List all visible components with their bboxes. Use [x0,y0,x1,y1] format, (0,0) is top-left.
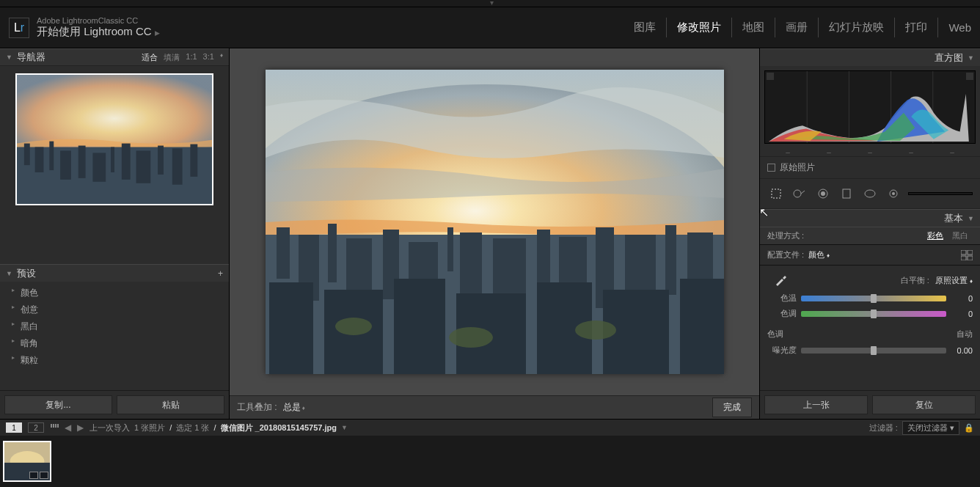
tool-overlay-value[interactable]: 总是♦ [283,401,305,414]
navigator-panel [0,66,229,264]
temp-slider[interactable] [801,296,946,301]
profile-value[interactable]: 颜色 ♦ [808,249,830,260]
preset-folder[interactable]: 颗粒 [0,352,229,369]
zoom-fill[interactable]: 填满 [164,52,180,63]
main-area: ▼ 导航器 适合 填满 1:1 3:1 ♦ [0,48,980,419]
right-button-bar: 上一张 复位 [760,390,980,419]
histogram-header[interactable]: 直方图 ▼ [760,48,980,66]
exposure-value[interactable]: 0.00 [951,346,973,355]
wb-preset-select[interactable]: 原照设置 ♦ [935,275,973,286]
preset-folder[interactable]: 颜色 [0,285,229,301]
eyedropper-icon[interactable] [773,273,788,288]
filmstrip-thumb[interactable] [3,441,51,482]
screen-2[interactable]: 2 [28,422,44,433]
copy-button[interactable]: 复制... [4,395,112,414]
brush-size-slider[interactable] [908,192,973,195]
brush-tool-icon[interactable] [885,185,902,202]
reset-button[interactable]: 复位 [872,395,976,414]
grid-view-icon[interactable] [50,423,59,432]
zoom-1-1[interactable]: 1:1 [186,52,197,63]
spot-tool-icon[interactable] [791,185,808,202]
module-print[interactable]: 打印 [895,18,938,37]
shadow-clip-icon[interactable] [767,73,774,80]
app-logo: Lr [9,18,29,38]
filmstrip: 1 2 ◀ ▶ 上一次导入 1 张照片 / 选定 1 张 / 微信图片 _201… [0,419,980,487]
badge-icon [29,472,38,479]
photo-canvas[interactable] [266,70,724,374]
exposure-slider[interactable] [801,348,946,354]
histogram[interactable] [764,70,976,144]
svg-point-50 [821,191,825,196]
redeye-tool-icon[interactable] [814,185,832,202]
previous-button[interactable]: 上一张 [764,395,868,414]
module-library[interactable]: 图库 [624,18,667,37]
zoom-3-1[interactable]: 3:1 [203,52,214,63]
breadcrumb: 上一次导入 1 张照片 / 选定 1 张 / 微信图片 _20180815145… [89,422,348,433]
preset-list: 颜色 创意 黑白 暗角 颗粒 [0,282,229,390]
tint-label: 色调 [767,308,797,319]
presets-title: 预设 [17,267,36,280]
module-web[interactable]: Web [938,18,971,37]
app-brand: Adobe LightroomClassic CC 开始使用 Lightroom… [37,16,160,39]
svg-rect-11 [136,150,151,183]
module-map[interactable]: 地图 [732,18,775,37]
temp-slider-row: 色温 0 [760,290,980,306]
auto-tone-button[interactable]: 自动 [957,329,973,340]
crop-tool-icon[interactable] [767,185,785,202]
preset-folder[interactable]: 创意 [0,301,229,318]
tint-slider[interactable] [801,311,946,317]
profile-browser-icon[interactable] [961,250,973,260]
basic-header[interactable]: 基本 ▼ [760,209,980,227]
paste-button[interactable]: 粘贴 [117,395,224,414]
module-develop[interactable]: 修改照片 [667,18,732,37]
preset-folder[interactable]: 暗角 [0,335,229,352]
original-checkbox[interactable] [767,164,775,172]
zoom-fit[interactable]: 适合 [142,52,158,63]
svg-point-41 [449,327,493,348]
treatment-bw[interactable]: 黑白 [948,230,973,241]
navigator-thumbnail[interactable] [15,73,213,205]
presets-header[interactable]: ▼ 预设 + [0,264,229,282]
navigator-header[interactable]: ▼ 导航器 适合 填满 1:1 3:1 ♦ [0,48,229,66]
svg-rect-7 [78,146,86,178]
tint-value[interactable]: 0 [951,310,973,318]
svg-rect-10 [122,144,131,180]
nav-fwd-icon[interactable]: ▶ [77,422,84,433]
svg-rect-57 [961,256,966,260]
treatment-row: 处理方式 : 彩色 黑白 [760,227,980,245]
radial-tool-icon[interactable] [861,185,879,202]
basic-panel: 处理方式 : 彩色 黑白 配置文件 : 颜色 ♦ 白平衡 : 原照设置 ♦ [760,227,980,390]
treatment-color[interactable]: 彩色 [923,230,948,241]
tool-overlay-bar: 工具叠加 : 总是♦ 完成 [230,395,759,419]
bc-import[interactable]: 上一次导入 [89,422,130,433]
gradient-tool-icon[interactable] [838,185,855,202]
add-preset-icon[interactable]: + [218,268,223,279]
white-balance-area: 白平衡 : 原照设置 ♦ 色温 0 色调 0 [760,266,980,326]
svg-rect-24 [447,227,453,271]
collapse-icon: ▼ [968,54,974,62]
nav-back-icon[interactable]: ◀ [65,422,71,433]
svg-point-42 [575,321,616,340]
filter-lock-icon[interactable]: 🔒 [964,423,974,433]
preset-folder[interactable]: 黑白 [0,318,229,335]
module-book[interactable]: 画册 [775,18,819,37]
module-picker: 图库 修改照片 地图 画册 幻灯片放映 打印 Web [624,18,971,37]
app-title[interactable]: 开始使用 Lightroom CC [37,25,152,37]
highlight-clip-icon[interactable] [966,73,973,80]
profile-row: 配置文件 : 颜色 ♦ [760,245,980,266]
zoom-menu-icon[interactable]: ♦ [220,52,223,63]
filter-select[interactable]: 关闭过滤器 ▾ [902,421,959,435]
done-button[interactable]: 完成 [712,398,752,417]
svg-point-40 [335,318,372,335]
exposure-slider-row: 曝光度 0.00 [760,343,980,358]
svg-rect-6 [60,150,71,179]
title-arrow-icon: ▶ [155,29,160,37]
svg-rect-8 [92,153,106,181]
module-slideshow[interactable]: 幻灯片放映 [819,18,895,37]
svg-rect-3 [24,144,30,166]
svg-rect-4 [35,147,44,172]
screen-1[interactable]: 1 [6,422,22,433]
svg-rect-35 [394,279,445,374]
bc-menu-icon[interactable]: ▼ [341,424,348,431]
temp-value[interactable]: 0 [951,294,973,303]
